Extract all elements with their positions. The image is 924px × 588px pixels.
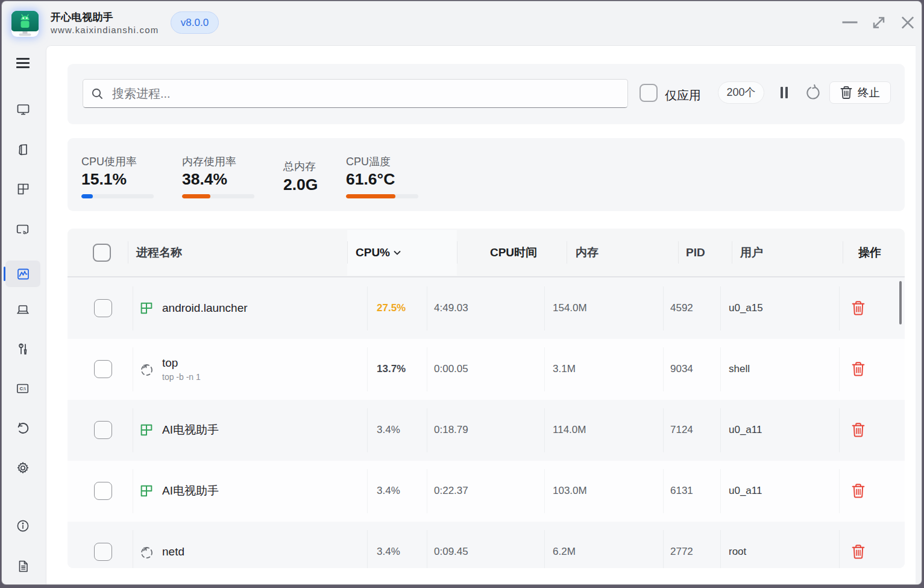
tools-icon [16,342,30,356]
process-count-badge: 200个 [718,81,764,104]
toolbar-card: 搜索进程... 仅应用 200个 终止 [68,64,905,124]
select-all-checkbox[interactable] [93,244,111,262]
memory: 154.0M [553,278,587,339]
stats-card: CPU使用率 15.1% 内存使用率 38.4% 总内存 2.0G CPU温度 … [68,138,905,211]
minimize-button[interactable] [842,14,858,30]
sort-desc-icon [392,248,402,258]
pid: 6131 [670,461,693,522]
svg-text:C:\: C:\ [19,386,26,391]
sidebar-item-tools[interactable] [5,336,40,362]
cpu-usage-progressbar [81,194,154,198]
activity-chart-icon [16,267,30,281]
table-row[interactable]: top top -b -n 1 13.7% 0:00.05 3.1M 9034 … [68,339,905,400]
kill-process-button[interactable] [852,300,865,316]
sidebar-item-logs[interactable] [5,553,40,580]
cpu-percent: 13.7% [377,339,406,400]
row-checkbox[interactable] [94,482,112,500]
app-window: 开心电视助手 www.kaixindianshi.com v8.0.0 [1,1,922,585]
sidebar-item-apps[interactable] [5,137,40,163]
trash-icon [852,422,865,438]
row-checkbox[interactable] [94,299,112,317]
app-grid-icon [139,423,154,440]
process-name: AI电视助手 [162,484,219,498]
table-row[interactable]: AI电视助手 3.4% 0:18.79 114.0M 7124 u0_a11 [68,400,905,461]
row-checkbox[interactable] [94,421,112,439]
column-header-memory[interactable]: 内存 [576,229,599,276]
memory-usage-progressbar [182,194,254,198]
column-header-name[interactable]: 进程名称 [136,229,182,276]
column-header-actions: 操作 [858,229,881,276]
sidebar-item-restore[interactable] [5,416,40,442]
content-panel: 搜索进程... 仅应用 200个 终止 [46,45,916,584]
trash-icon [852,544,865,560]
search-placeholder: 搜索进程... [112,86,171,102]
user: u0_a11 [729,400,762,461]
cpu-percent: 3.4% [377,461,400,522]
kill-process-button[interactable] [852,544,865,560]
app-grid-icon [139,484,154,501]
kill-process-button[interactable] [852,361,865,377]
page-flip-icon [16,143,30,157]
close-button[interactable] [900,14,916,30]
menu-button[interactable] [16,58,30,68]
sidebar-item-cast[interactable] [5,216,40,242]
only-apps-label[interactable]: 仅应用 [665,87,701,104]
column-header-cpu-time[interactable]: CPU时间 [490,229,537,276]
memory: 3.1M [553,339,576,400]
table-row[interactable]: android.launcher 27.5% 4:49.03 154.0M 45… [68,278,905,339]
terminal-icon: C:\ [16,382,30,396]
monitor-icon [16,103,30,116]
pause-button[interactable] [781,87,788,98]
maximize-button[interactable] [871,14,887,30]
user: root [729,522,746,569]
cpu-percent: 3.4% [377,400,400,461]
sidebar-item-laptop[interactable] [5,297,40,323]
app-grid-icon [139,301,154,318]
table-header: 进程名称 CPU% CPU时间 内存 PID 用户 操作 [68,229,905,276]
cpu-time: 0:22.37 [434,461,468,522]
only-apps-checkbox[interactable] [640,84,658,102]
row-checkbox[interactable] [94,360,112,378]
stat-value: 2.0G [283,175,318,194]
row-checkbox[interactable] [94,543,112,561]
kill-process-button[interactable] [852,483,865,499]
process-icon [139,545,154,562]
sidebar-item-info[interactable] [5,513,40,539]
cpu-time: 4:49.03 [434,278,468,339]
app-logo [11,11,39,37]
stat-label: 总内存 [283,159,316,174]
kill-button[interactable]: 终止 [829,81,891,104]
refresh-button[interactable] [804,84,821,101]
pid: 2772 [670,522,693,569]
user: u0_a11 [729,461,762,522]
column-header-user[interactable]: 用户 [740,229,763,276]
sidebar-item-processes[interactable] [5,261,40,287]
process-name: android.launcher [162,302,248,315]
screen-cast-icon [16,223,30,236]
kill-process-button[interactable] [852,422,865,438]
sidebar-item-terminal[interactable]: C:\ [5,376,40,402]
pid: 9034 [670,339,693,400]
history-restore-icon [16,422,30,436]
pid: 7124 [670,400,693,461]
pid: 4592 [670,278,693,339]
info-icon [16,519,30,533]
column-header-pid[interactable]: PID [686,229,705,276]
kill-button-label: 终止 [858,85,880,100]
table-scrollbar[interactable] [899,281,902,324]
app-title: 开心电视助手 [51,10,113,24]
user: u0_a15 [729,278,763,339]
stat-value: 61.6°C [346,170,395,189]
search-input[interactable]: 搜索进程... [83,79,628,108]
process-name: top [162,356,201,370]
app-subtitle: www.kaixindianshi.com [51,25,159,35]
table-row[interactable]: AI电视助手 3.4% 0:22.37 103.0M 6131 u0_a11 [68,461,905,522]
process-name: netd [162,545,184,558]
cpu-percent: 27.5% [377,278,406,339]
sidebar-item-devices[interactable] [5,96,40,123]
sidebar-item-layout[interactable] [5,176,40,203]
minimize-icon [842,14,858,30]
column-header-cpu[interactable]: CPU% [356,229,402,276]
sidebar-item-settings[interactable] [5,455,40,481]
table-row[interactable]: netd 3.4% 0:09.45 6.2M 2772 root [68,522,905,569]
